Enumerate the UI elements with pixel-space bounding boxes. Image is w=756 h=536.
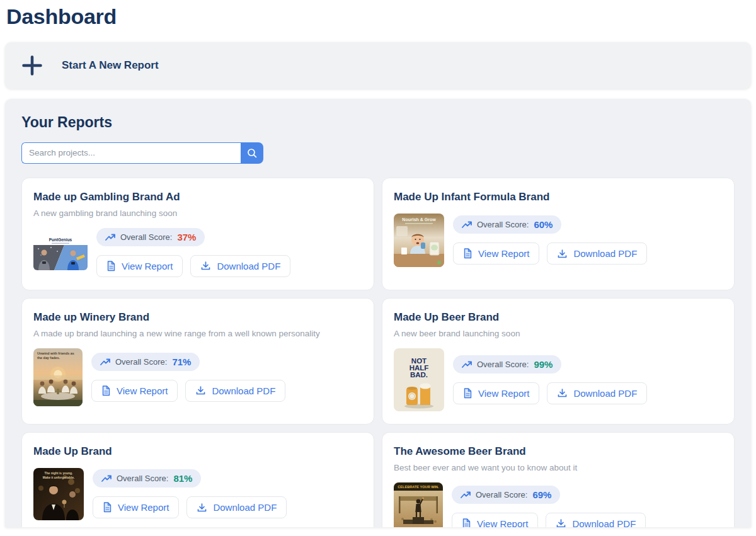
download-pdf-label: Download PDF	[572, 518, 636, 527]
view-report-button[interactable]: View Report	[453, 382, 539, 404]
start-new-report-button[interactable]: Start A New Report	[5, 42, 751, 89]
download-pdf-label: Download PDF	[212, 385, 275, 396]
view-report-button[interactable]: View Report	[96, 255, 183, 277]
score-label: Overall Score:	[476, 490, 527, 499]
report-thumbnail: CELEBRATE YOUR WIN.	[394, 482, 443, 527]
score-value: 99%	[534, 359, 553, 370]
view-report-label: View Report	[477, 518, 528, 527]
report-description: Best beer ever and we want you to know a…	[394, 463, 723, 472]
download-icon	[200, 261, 211, 271]
view-report-button[interactable]: View Report	[91, 380, 178, 402]
score-value: 60%	[534, 219, 553, 230]
score-value: 81%	[173, 473, 192, 484]
download-icon	[197, 503, 207, 513]
report-description: A new gambling brand launching soon	[33, 208, 362, 218]
report-card-made-up-brand: Made Up Brand The nigh	[21, 432, 374, 527]
svg-text:CELEBRATE YOUR WIN.: CELEBRATE YOUR WIN.	[398, 485, 439, 489]
view-report-button[interactable]: View Report	[453, 242, 539, 265]
document-icon	[463, 388, 472, 399]
download-pdf-button[interactable]: Download PDF	[547, 382, 647, 404]
view-report-label: View Report	[122, 261, 173, 271]
svg-text:Nourish & Grow: Nourish & Grow	[402, 217, 436, 222]
report-thumbnail: PuntGenius	[33, 235, 88, 270]
download-icon	[195, 385, 206, 396]
start-new-report-label: Start A New Report	[62, 59, 159, 72]
report-title: Made up Gambling Brand Ad	[33, 191, 362, 203]
document-icon	[101, 385, 111, 396]
svg-text:The night is young.: The night is young.	[45, 472, 73, 475]
plus-icon	[21, 55, 43, 76]
download-pdf-label: Download PDF	[217, 261, 280, 271]
your-reports-section: Your Reports Made up Gambling Brand Ad A…	[5, 99, 751, 527]
report-description: A new beer brand launching soon	[394, 329, 723, 338]
view-report-label: View Report	[118, 502, 169, 513]
report-card-winery: Made up Winery Brand A made up brand lau…	[21, 298, 374, 425]
report-card-gambling: Made up Gambling Brand Ad A new gambling…	[21, 178, 374, 290]
svg-text:Unwind with friends as: Unwind with friends as	[37, 351, 74, 355]
report-title: Made Up Brand	[33, 445, 362, 458]
report-thumbnail: The night is young. Make it unforgettabl…	[33, 468, 84, 520]
trending-up-icon	[461, 491, 471, 499]
score-value: 71%	[172, 356, 191, 367]
view-report-label: View Report	[117, 385, 168, 396]
search-button[interactable]	[241, 142, 263, 164]
overall-score-badge: Overall Score: 99%	[453, 355, 561, 373]
report-thumbnail: NOT HALF BAD.	[394, 348, 444, 411]
download-pdf-button[interactable]: Download PDF	[185, 380, 285, 402]
search-icon	[246, 147, 258, 159]
download-pdf-button[interactable]: Download PDF	[186, 496, 287, 518]
score-label: Overall Score:	[120, 232, 172, 242]
report-thumbnail: Nourish & Grow	[394, 214, 444, 267]
download-pdf-button[interactable]: Download PDF	[190, 255, 290, 277]
score-value: 37%	[177, 232, 196, 242]
score-label: Overall Score:	[115, 357, 167, 367]
report-title: The Awesome Beer Brand	[394, 445, 723, 458]
reports-grid: Made up Gambling Brand Ad A new gambling…	[21, 178, 735, 527]
trending-up-icon	[105, 233, 115, 241]
svg-text:the day fades.: the day fades.	[37, 356, 60, 360]
view-report-button[interactable]: View Report	[93, 496, 179, 518]
report-card-infant-formula: Made Up Infant Formula Brand Nourish & G…	[382, 178, 735, 290]
download-pdf-button[interactable]: Download PDF	[547, 242, 647, 265]
score-label: Overall Score:	[477, 360, 529, 369]
download-pdf-label: Download PDF	[573, 388, 637, 399]
trending-up-icon	[462, 360, 472, 368]
report-title: Made Up Beer Brand	[394, 311, 723, 324]
trending-up-icon	[462, 220, 472, 229]
download-icon	[556, 518, 566, 527]
overall-score-badge: Overall Score: 71%	[91, 353, 200, 371]
score-label: Overall Score:	[477, 220, 529, 229]
download-icon	[557, 249, 568, 259]
search-bar	[21, 142, 735, 164]
document-icon	[462, 518, 471, 527]
report-description: A made up brand launching a new wine ran…	[33, 329, 362, 338]
score-label: Overall Score:	[117, 474, 168, 483]
svg-text:PuntGenius: PuntGenius	[49, 237, 72, 242]
download-pdf-label: Download PDF	[213, 502, 277, 513]
document-icon	[103, 502, 112, 513]
page-title: Dashboard	[6, 4, 756, 30]
download-pdf-button[interactable]: Download PDF	[546, 513, 646, 527]
trending-up-icon	[100, 358, 110, 366]
view-report-label: View Report	[478, 248, 529, 259]
view-report-button[interactable]: View Report	[452, 513, 538, 527]
view-report-label: View Report	[478, 388, 529, 399]
report-card-beer: Made Up Beer Brand A new beer brand laun…	[382, 298, 735, 425]
download-pdf-label: Download PDF	[573, 248, 637, 259]
report-thumbnail: Unwind with friends as the day fades.	[33, 348, 83, 406]
report-card-awesome-beer: The Awesome Beer Brand Best beer ever an…	[382, 432, 735, 527]
svg-text:BAD.: BAD.	[410, 371, 428, 379]
trending-up-icon	[101, 474, 112, 482]
download-icon	[557, 388, 568, 398]
document-icon	[106, 261, 116, 271]
overall-score-badge: Overall Score: 81%	[93, 469, 201, 488]
report-title: Made Up Infant Formula Brand	[394, 191, 723, 203]
score-value: 69%	[532, 489, 551, 500]
document-icon	[463, 248, 472, 259]
overall-score-badge: Overall Score: 69%	[452, 486, 560, 504]
search-input[interactable]	[21, 142, 241, 164]
reports-section-title: Your Reports	[21, 114, 735, 131]
svg-text:Make it unforgettable.: Make it unforgettable.	[43, 476, 75, 479]
report-title: Made up Winery Brand	[33, 311, 362, 324]
overall-score-badge: Overall Score: 60%	[453, 215, 561, 234]
